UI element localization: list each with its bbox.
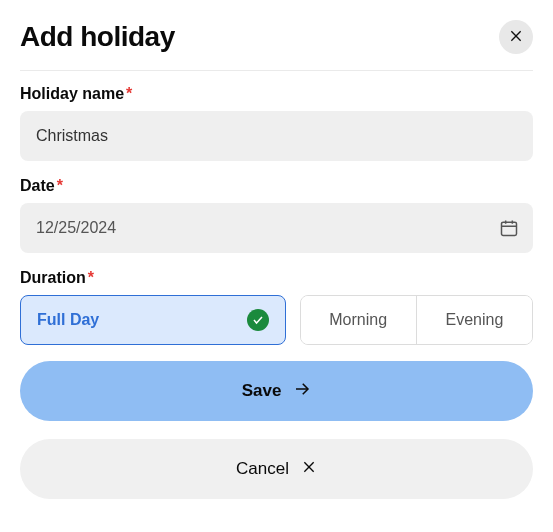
- holiday-name-input[interactable]: [20, 111, 533, 161]
- holiday-name-label-text: Holiday name: [20, 85, 124, 102]
- date-label-text: Date: [20, 177, 55, 194]
- duration-full-day-label: Full Day: [37, 311, 99, 329]
- required-marker: *: [88, 269, 94, 286]
- duration-label: Duration*: [20, 269, 533, 287]
- duration-label-text: Duration: [20, 269, 86, 286]
- cancel-button[interactable]: Cancel: [20, 439, 533, 499]
- required-marker: *: [57, 177, 63, 194]
- date-input[interactable]: [20, 203, 533, 253]
- cancel-button-label: Cancel: [236, 459, 289, 479]
- close-button[interactable]: [499, 20, 533, 54]
- holiday-name-label: Holiday name*: [20, 85, 533, 103]
- close-icon: [508, 28, 524, 47]
- arrow-right-icon: [293, 380, 311, 403]
- check-icon: [247, 309, 269, 331]
- duration-option-morning[interactable]: Morning: [301, 296, 416, 344]
- dialog-title: Add holiday: [20, 21, 175, 53]
- duration-option-full-day[interactable]: Full Day: [20, 295, 286, 345]
- save-button-label: Save: [242, 381, 282, 401]
- date-label: Date*: [20, 177, 533, 195]
- required-marker: *: [126, 85, 132, 102]
- duration-option-evening[interactable]: Evening: [416, 296, 532, 344]
- close-icon: [301, 459, 317, 480]
- save-button[interactable]: Save: [20, 361, 533, 421]
